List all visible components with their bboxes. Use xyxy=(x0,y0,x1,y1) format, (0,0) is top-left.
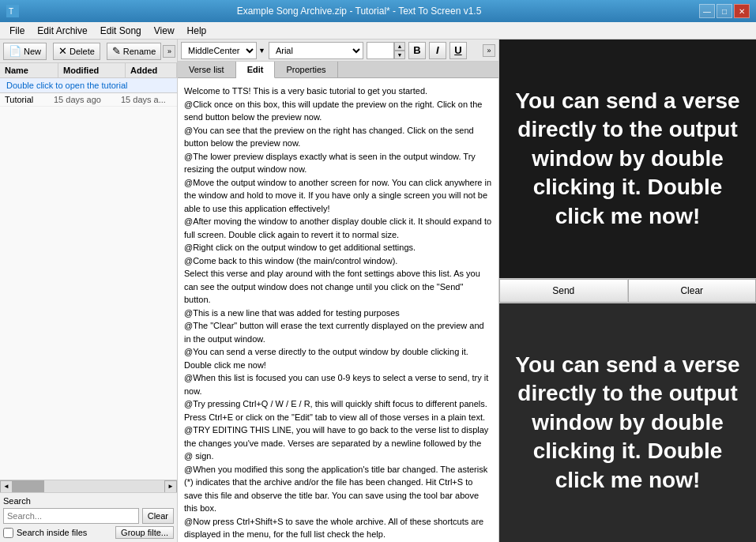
search-label: Search xyxy=(3,496,174,506)
search-clear-button[interactable]: Clear xyxy=(142,508,174,524)
tab-edit[interactable]: Edit xyxy=(236,62,276,78)
output-preview-top[interactable]: You can send a verse directly to the out… xyxy=(499,40,756,278)
format-toolbar: MiddleCenter ▼ Arial 20 ▲ ▼ B I U » xyxy=(178,40,498,62)
file-list-header: Name Modified Added xyxy=(0,63,177,78)
horizontal-scrollbar: ◄ ► xyxy=(0,480,177,492)
output-top-text: You can send a verse directly to the out… xyxy=(512,87,743,231)
search-input[interactable] xyxy=(3,508,139,524)
file-added: 15 days a... xyxy=(121,95,172,104)
close-button[interactable]: ✕ xyxy=(734,4,750,18)
menu-edit-song[interactable]: Edit Song xyxy=(94,22,148,39)
tabs: Verse list Edit Properties xyxy=(178,62,498,78)
search-inside-checkbox[interactable] xyxy=(3,528,13,538)
send-button[interactable]: Send xyxy=(499,279,628,303)
file-name: Tutorial xyxy=(5,95,54,104)
menu-file[interactable]: File xyxy=(3,22,31,39)
window-controls: — □ ✕ xyxy=(699,4,750,18)
scroll-left-button[interactable]: ◄ xyxy=(0,480,13,493)
size-down-button[interactable]: ▼ xyxy=(394,51,405,59)
column-header-name[interactable]: Name xyxy=(0,63,58,77)
italic-button[interactable]: I xyxy=(429,42,446,59)
size-arrows: ▲ ▼ xyxy=(394,42,405,59)
font-size-container: 20 ▲ ▼ xyxy=(367,42,405,59)
file-list: Tutorial 15 days ago 15 days a... xyxy=(0,93,177,480)
scroll-right-button[interactable]: ► xyxy=(164,480,177,493)
menu-bar: File Edit Archive Edit Song View Help xyxy=(0,22,756,40)
left-toolbar: 📄 New ✕ Delete ✎ Rename » xyxy=(0,40,177,63)
tab-verse-list[interactable]: Verse list xyxy=(178,62,236,77)
scroll-track[interactable] xyxy=(13,480,164,492)
left-panel: 📄 New ✕ Delete ✎ Rename » Name Modified … xyxy=(0,40,178,542)
clear-button[interactable]: Clear xyxy=(628,279,757,303)
maximize-button[interactable]: □ xyxy=(717,4,732,18)
text-content[interactable]: Welcome to TTS! This is a very basic tut… xyxy=(178,78,498,542)
column-header-modified[interactable]: Modified xyxy=(58,63,126,77)
menu-help[interactable]: Help xyxy=(181,22,213,39)
new-button[interactable]: 📄 New xyxy=(3,43,47,60)
scroll-thumb[interactable] xyxy=(13,480,44,492)
menu-edit-archive[interactable]: Edit Archive xyxy=(31,22,93,39)
delete-icon: ✕ xyxy=(58,45,67,57)
rename-button[interactable]: ✎ Rename xyxy=(107,43,162,60)
search-area: Search Clear Search inside files Group f… xyxy=(0,492,177,542)
size-up-button[interactable]: ▲ xyxy=(394,42,405,51)
alignment-select[interactable]: MiddleCenter xyxy=(181,42,257,59)
text-area-container: Welcome to TTS! This is a very basic tut… xyxy=(178,78,498,542)
bold-button[interactable]: B xyxy=(408,42,426,59)
underline-button[interactable]: U xyxy=(449,42,467,59)
svg-text:T: T xyxy=(9,7,13,16)
search-inside-row: Search inside files Group filte... xyxy=(3,526,174,539)
delete-button[interactable]: ✕ Delete xyxy=(53,43,100,60)
search-row: Clear xyxy=(3,508,174,524)
right-panel: You can send a verse directly to the out… xyxy=(499,40,756,542)
font-select[interactable]: Arial xyxy=(269,42,363,59)
new-icon: 📄 xyxy=(9,45,21,57)
group-filter-button[interactable]: Group filte... xyxy=(115,526,174,539)
column-header-added[interactable]: Added xyxy=(126,63,177,77)
minimize-button[interactable]: — xyxy=(699,4,715,18)
tab-properties[interactable]: Properties xyxy=(275,62,337,77)
app-icon: T xyxy=(6,5,19,17)
output-bottom-text: You can send a verse directly to the out… xyxy=(512,351,743,495)
menu-view[interactable]: View xyxy=(148,22,181,39)
main-container: 📄 New ✕ Delete ✎ Rename » Name Modified … xyxy=(0,40,756,542)
file-modified: 15 days ago xyxy=(54,95,121,104)
output-preview-bottom[interactable]: You can send a verse directly to the out… xyxy=(499,303,756,542)
send-clear-row: Send Clear xyxy=(499,278,756,303)
title-bar: T Example Song Archive.zip - Tutorial* -… xyxy=(0,0,756,22)
center-panel: MiddleCenter ▼ Arial 20 ▲ ▼ B I U » Vers… xyxy=(178,40,499,542)
font-size-input[interactable]: 20 xyxy=(367,42,394,59)
window-title: Example Song Archive.zip - Tutorial* - T… xyxy=(19,6,699,17)
align-dropdown-icon: ▼ xyxy=(258,47,265,55)
search-inside-label: Search inside files xyxy=(17,528,87,537)
tutorial-link[interactable]: Double click to open the tutorial xyxy=(0,78,177,93)
list-item[interactable]: Tutorial 15 days ago 15 days a... xyxy=(0,93,177,107)
rename-icon: ✎ xyxy=(112,45,121,57)
panel-expand-button[interactable]: » xyxy=(163,45,175,58)
format-toolbar-expand[interactable]: » xyxy=(483,44,495,57)
